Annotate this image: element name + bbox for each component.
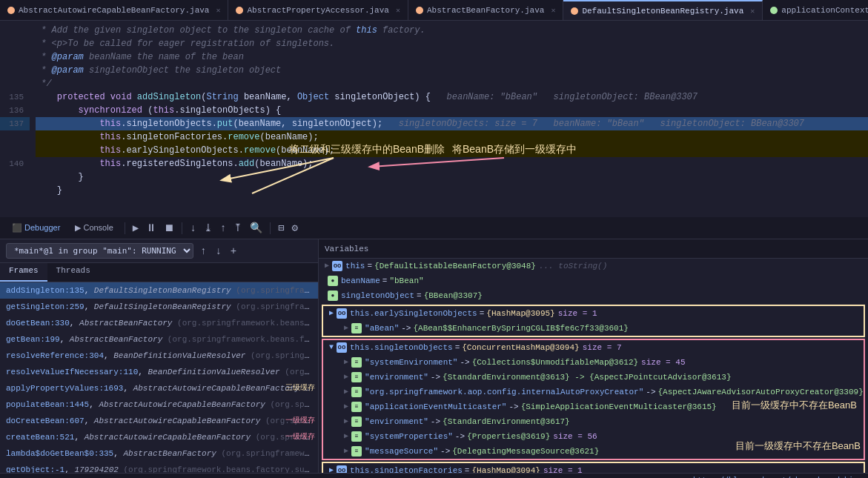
code-line-139: this.earlySingletonObjects.remove(beanNa… [0,144,868,157]
java-icon-2 [236,7,243,14]
frame-item-7[interactable]: populateBean:1445, AbstractAutowireCapab… [0,396,318,413]
var-list-icon: ≡ [351,323,362,333]
java-icon-3 [416,7,423,14]
stop-icon[interactable]: ⏹ [162,222,176,235]
evaluate-icon[interactable]: 🔍 [248,221,265,235]
run-config-bar: *main*@1 in group "main": RUNNING ↑ ↓ + [0,239,318,263]
var-list-icon: ≡ [351,357,362,368]
frame-item-0[interactable]: addSingleton:135, DefaultSingletonBeanRe… [0,282,318,299]
expand-icon: ▶ [344,371,348,384]
debugger-tab[interactable]: ⬛ Debugger [6,222,66,234]
close-icon[interactable]: ✕ [216,6,220,15]
console-tab[interactable]: ▶ Console [69,222,119,234]
var-field-icon: ● [328,291,338,301]
frame-item-1[interactable]: getSingleton:259, DefaultSingletonBeanRe… [0,299,318,315]
frame-item-8[interactable]: doCreateBean:607, AbstractAutowireCapabl… [0,413,318,429]
frame-item-9[interactable]: createBean:521, AbstractAutowireCapableB… [0,429,318,445]
var-obj-icon: oo [337,465,347,473]
var-obj-icon: oo [337,342,347,353]
singleton-objects-section: ▼ oo this.singletonObjects = {Concurrent… [322,339,865,460]
variables-panel: Variables ▶ oo this = {DefaultListableBe… [319,239,868,473]
var-singletonfactories[interactable]: ▶ oo this.singletonFactories = {HashMap@… [323,463,864,473]
frame-add[interactable]: + [228,245,239,258]
var-env2-entry[interactable]: ▶ ≡ "environment" -> {StandardEnvironmen… [338,414,864,429]
expand-icon: ▶ [344,415,348,428]
tab-defaultsingleton[interactable]: DefaultSingletonBeanRegistry.java ✕ [563,0,763,21]
frame-item-11[interactable]: getObject:-1, 179294202 (org.springframe… [0,462,318,473]
status-bar: https://blog.csdn.net/chuanchengdabing [0,473,868,478]
code-line: } [0,170,868,184]
frame-item-6[interactable]: applyPropertyValues:1693, AbstractAutowi… [0,380,318,396]
tab-abstractbean[interactable]: AbstractBeanFactory.java ✕ [408,0,563,21]
frame-nav-down[interactable]: ↓ [213,245,223,258]
frame-item-3[interactable]: getBean:199, AbstractBeanFactory (org.sp… [0,331,318,348]
frames-panel: *main*@1 in group "main": RUNNING ↑ ↓ + … [0,239,319,473]
code-line-135: 135 protected void addSingleton(String b… [0,90,868,104]
step-over-icon[interactable]: ↓ [188,222,198,235]
step-into-icon[interactable]: ⤓ [202,221,215,235]
tabs-bar: AbstractAutowireCapableBeanFactory.java … [0,0,868,21]
frame-item-10[interactable]: lambda$doGetBean$0:335, AbstractBeanFact… [0,445,318,462]
expand-icon: ▶ [344,385,348,399]
close-icon[interactable]: ✕ [750,7,755,16]
code-line-136: 136 synchronized (this.singletonObjects)… [0,104,868,117]
early-singleton-section: ▶ oo this.earlySingletonObjects = {HashM… [322,305,865,337]
resume-icon[interactable]: ▶ [130,221,141,235]
code-editor: * Add the given singleton object to the … [0,21,868,217]
run-config-select[interactable]: *main*@1 in group "main": RUNNING [6,243,193,259]
expand-icon: ▶ [329,464,334,473]
var-multicaster-entry[interactable]: ▶ ≡ "applicationEventMulticaster" -> {Si… [338,399,864,414]
var-msgsrc-entry[interactable]: ▶ ≡ "messageSource" -> {DelegatingMessag… [338,444,864,459]
var-list-icon: ≡ [351,402,362,412]
var-abean-entry[interactable]: ▶ ≡ "aBean" -> {ABean$$EnhancerBySpringC… [338,321,864,336]
code-line: */ [0,77,868,90]
code-line: } [0,184,868,197]
var-beanname[interactable]: ● beanName = "bBean" [319,273,868,288]
frames-tabs: Frames Threads [0,263,318,282]
frame-nav-up[interactable]: ↑ [198,245,208,258]
settings-icon[interactable]: ⚙ [289,221,299,235]
close-icon[interactable]: ✕ [551,6,555,15]
var-tree: ▶ oo this = {DefaultListableBeanFactory@… [319,259,868,473]
expand-icon: ▶ [329,307,334,320]
expand-icon: ▼ [329,341,334,354]
java-icon [7,7,15,14]
frame-item-5[interactable]: resolveValueIfNecessary:110, BeanDefinit… [0,364,318,380]
code-line: * Add the given singleton object to the … [0,24,868,37]
restore-layout-icon[interactable]: ⊟ [276,221,286,235]
var-field-icon: ● [328,276,338,286]
code-line: * <p>To be called for eager registration… [0,37,868,50]
var-autoproxy-entry[interactable]: ▶ ≡ "org.springframework.aop.config.inte… [338,385,864,399]
var-this[interactable]: ▶ oo this = {DefaultListableBeanFactory@… [319,259,868,273]
frames-tab[interactable]: Frames [0,263,47,282]
close-icon[interactable]: ✕ [396,6,400,15]
run-to-cursor-icon[interactable]: ⤒ [231,221,245,235]
step-out-icon[interactable]: ↑ [218,222,228,235]
var-list-icon: ≡ [351,416,362,427]
expand-icon: ▶ [344,430,348,443]
bottom-panel: *main*@1 in group "main": RUNNING ↑ ↓ + … [0,239,868,473]
expand-icon: ▶ [344,445,348,458]
frame-item-4[interactable]: resolveReference:304, BeanDefinitionValu… [0,348,318,364]
code-line-138: this.singletonFactories.remove(beanName)… [0,130,868,144]
var-singletonobject[interactable]: ● singletonObject = {BBean@3307} [319,288,868,303]
pause-icon[interactable]: ⏸ [144,222,159,235]
java-icon-4 [571,7,578,15]
var-type-icon: oo [332,261,342,271]
tab-abstractproperty[interactable]: AbstractPropertyAccessor.java ✕ [228,0,408,21]
var-sysenv-entry[interactable]: ▶ ≡ "systemEnvironment" -> {Collections$… [338,355,864,370]
code-line-137: 137 this.singletonObjects.put(beanName, … [0,117,868,130]
code-line: * @param beanName the name of the bean [0,50,868,64]
expand-icon: ▶ [344,356,348,369]
var-env-entry[interactable]: ▶ ≡ "environment" -> {StandardEnvironmen… [338,370,864,385]
frame-item-2[interactable]: doGetBean:330, AbstractBeanFactory (org.… [0,315,318,331]
expand-icon: ▶ [325,259,329,273]
code-line-140: 140 this.registeredSingletons.add(beanNa… [0,157,868,170]
threads-tab[interactable]: Threads [47,263,99,282]
var-earlysingleton[interactable]: ▶ oo this.earlySingletonObjects = {HashM… [323,306,864,321]
tab-abstractautowire[interactable]: AbstractAutowireCapableBeanFactory.java … [0,0,228,21]
tab-appcontext[interactable]: applicationContext-cyclicDependence.xml … [763,0,868,21]
var-sysprops-entry[interactable]: ▶ ≡ "systemProperties" -> {Properties@36… [338,429,864,444]
var-singletonobjects[interactable]: ▼ oo this.singletonObjects = {Concurrent… [323,340,864,355]
debugger-panel: ⬛ Debugger ▶ Console ▶ ⏸ ⏹ ↓ ⤓ ↑ ⤒ 🔍 ⊟ ⚙ [0,217,868,239]
